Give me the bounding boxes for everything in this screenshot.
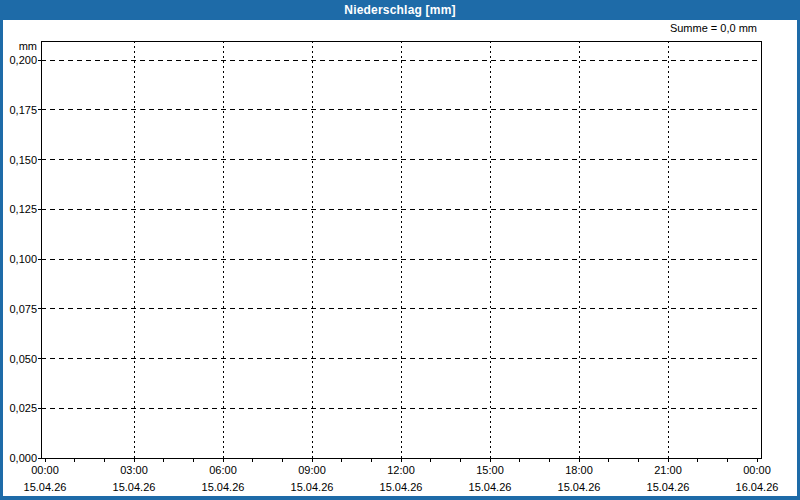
x-axis-date-label: 15.04.26 xyxy=(380,481,423,493)
x-axis-date-label: 15.04.26 xyxy=(24,481,67,493)
x-axis-date-label: 15.04.26 xyxy=(469,481,512,493)
x-axis-date-label: 15.04.26 xyxy=(291,481,334,493)
y-axis-tick-label: 0,175 xyxy=(9,104,37,116)
x-axis-time-label: 21:00 xyxy=(654,464,682,476)
y-axis-unit: mm xyxy=(19,40,37,52)
summary-label: Summe = 0,0 mm xyxy=(670,22,757,34)
x-axis-labels: 00:0015.04.2603:0015.04.2606:0015.04.260… xyxy=(24,464,779,493)
window-title: Niederschlag [mm] xyxy=(344,3,455,17)
y-axis-tick-label: 0,000 xyxy=(9,452,37,464)
y-axis-tick-label: 0,125 xyxy=(9,203,37,215)
y-axis-labels: 0,2000,1750,1500,1250,1000,0750,0500,025… xyxy=(9,54,37,464)
x-axis-date-label: 15.04.26 xyxy=(113,481,156,493)
y-axis-tick-label: 0,050 xyxy=(9,353,37,365)
app-window: Niederschlag [mm] Summe = 0,0 mm 0,2000,… xyxy=(0,0,800,500)
x-axis-time-label: 00:00 xyxy=(743,464,771,476)
chart-canvas[interactable]: 0,2000,1750,1500,1250,1000,0750,0500,025… xyxy=(3,20,797,496)
y-axis-tick-label: 0,100 xyxy=(9,253,37,265)
x-axis-date-label: 15.04.26 xyxy=(202,481,245,493)
y-axis-tick-label: 0,150 xyxy=(9,154,37,166)
x-axis-time-label: 06:00 xyxy=(209,464,237,476)
x-axis-ticks xyxy=(45,458,757,462)
y-axis-tick-label: 0,200 xyxy=(9,54,37,66)
x-axis-time-label: 09:00 xyxy=(298,464,326,476)
x-axis-date-label: 16.04.26 xyxy=(736,481,779,493)
x-axis-date-label: 15.04.26 xyxy=(647,481,690,493)
x-axis-time-label: 12:00 xyxy=(387,464,415,476)
x-axis-time-label: 03:00 xyxy=(120,464,148,476)
y-axis-tick-label: 0,025 xyxy=(9,402,37,414)
vertical-gridlines xyxy=(134,41,668,458)
chart-panel: Summe = 0,0 mm 0,2000,1750,1500,1250,100… xyxy=(3,20,797,496)
x-axis-date-label: 15.04.26 xyxy=(558,481,601,493)
plot-border xyxy=(41,41,761,458)
x-axis-time-label: 18:00 xyxy=(565,464,593,476)
window-title-bar[interactable]: Niederschlag [mm] xyxy=(0,0,800,20)
x-axis-time-label: 00:00 xyxy=(31,464,59,476)
x-axis-time-label: 15:00 xyxy=(476,464,504,476)
y-axis-tick-label: 0,075 xyxy=(9,303,37,315)
y-axis-unit-label: mm xyxy=(19,40,37,52)
